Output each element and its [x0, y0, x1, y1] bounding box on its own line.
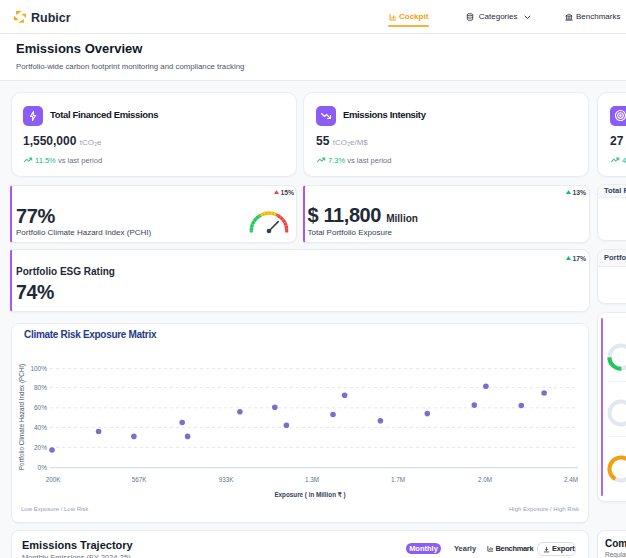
svg-text:Portfolio Climate Hazard Index: Portfolio Climate Hazard Index (PCHI) [18, 364, 26, 470]
svg-text:933K: 933K [219, 476, 235, 483]
svg-text:2.0M: 2.0M [478, 476, 492, 483]
svg-text:Low Exposure / Low Risk: Low Exposure / Low Risk [21, 506, 89, 512]
svg-text:100%: 100% [30, 365, 47, 372]
svg-text:2.4M: 2.4M [564, 476, 578, 483]
svg-text:567K: 567K [132, 476, 148, 483]
svg-text:1.3M: 1.3M [305, 476, 319, 483]
svg-text:80%: 80% [34, 384, 47, 391]
svg-text:200K: 200K [46, 476, 62, 483]
svg-text:60%: 60% [34, 404, 47, 411]
svg-text:Exposure ( in Million ₹ ): Exposure ( in Million ₹ ) [274, 491, 345, 499]
svg-text:20%: 20% [34, 444, 47, 451]
svg-text:1.7M: 1.7M [391, 476, 405, 483]
svg-text:40%: 40% [34, 424, 47, 431]
svg-text:High Exposure / High Risk: High Exposure / High Risk [509, 506, 580, 512]
svg-text:0%: 0% [38, 464, 48, 471]
